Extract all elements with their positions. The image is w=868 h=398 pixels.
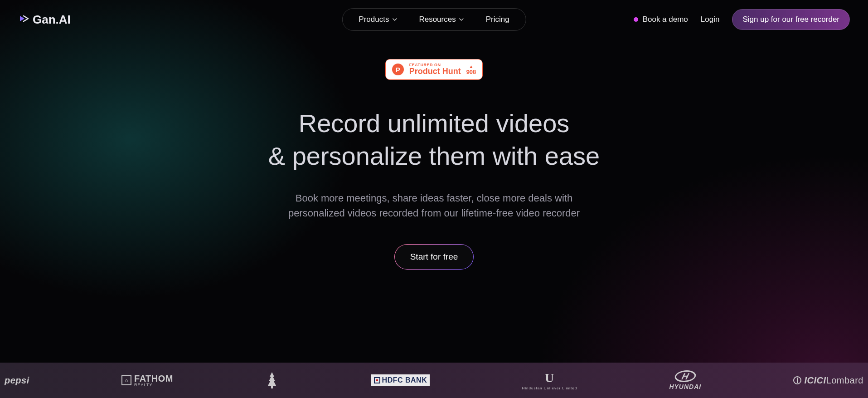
- product-hunt-upvotes: ▲ 908: [466, 64, 476, 75]
- hero-subhead: Book more meetings, share ideas faster, …: [288, 191, 580, 221]
- book-demo-label: Book a demo: [643, 15, 688, 24]
- nav-pricing[interactable]: Pricing: [486, 15, 509, 24]
- nav-resources-label: Resources: [419, 15, 456, 24]
- customer-logo-hdfc-text: HDFC BANK: [382, 376, 427, 384]
- nav-pricing-label: Pricing: [486, 15, 509, 24]
- hdfc-icon: [374, 377, 380, 383]
- login-link[interactable]: Login: [701, 15, 720, 24]
- customer-logo-hdfc: HDFC BANK: [371, 374, 430, 386]
- customer-logo-fathom-text: FATHOM: [134, 374, 173, 383]
- signup-button[interactable]: Sign up for our free recorder: [732, 9, 850, 30]
- chevron-down-icon: [459, 17, 464, 22]
- product-hunt-name: Product Hunt: [409, 67, 461, 76]
- nav-products[interactable]: Products: [359, 15, 397, 24]
- main-nav: Products Resources Pricing: [342, 8, 526, 31]
- tree-icon: [265, 371, 279, 389]
- customer-logo-pepsi: pepsi: [5, 375, 29, 386]
- start-free-button[interactable]: Start for free: [394, 244, 474, 270]
- customer-logo-icici: ICICILombard: [793, 375, 863, 386]
- customer-logo-hyundai: H HYUNDAI: [669, 370, 701, 390]
- customer-logo-strip: pepsi ⌂ FATHOM REALTY HDFC BANK U Hindus…: [0, 363, 868, 398]
- customer-logo-unilever-sub: Hindustan Unilever Limited: [522, 386, 577, 390]
- nav-products-label: Products: [359, 15, 389, 24]
- fathom-icon: ⌂: [121, 375, 131, 385]
- book-demo-link[interactable]: Book a demo: [634, 15, 688, 24]
- nav-resources[interactable]: Resources: [419, 15, 464, 24]
- brand-logo[interactable]: Gan.AI: [18, 13, 71, 27]
- signup-label: Sign up for our free recorder: [742, 15, 839, 24]
- unilever-icon: U: [545, 371, 554, 385]
- hero-subhead-line1: Book more meetings, share ideas faster, …: [296, 192, 572, 204]
- site-header: Gan.AI Products Resources Pricing Book a…: [0, 0, 868, 39]
- customer-logo-fathom-sub: REALTY: [134, 383, 173, 387]
- hero-section: P FEATURED ON Product Hunt ▲ 908 Record …: [0, 39, 868, 270]
- header-actions: Book a demo Login Sign up for our free r…: [634, 9, 850, 30]
- customer-logo-tree: [265, 371, 279, 389]
- chevron-down-icon: [392, 17, 397, 22]
- login-label: Login: [701, 15, 720, 24]
- product-hunt-icon: P: [392, 64, 404, 75]
- icici-icon: [793, 376, 801, 384]
- customer-logo-fathom: ⌂ FATHOM REALTY: [121, 374, 173, 387]
- hero-headline-line2: & personalize them with ease: [268, 142, 600, 170]
- hyundai-icon: H: [673, 370, 697, 382]
- hero-headline-line1: Record unlimited videos: [299, 109, 570, 138]
- customer-logo-icici-suffix: Lombard: [826, 375, 863, 385]
- customer-logo-hyundai-text: HYUNDAI: [669, 383, 701, 390]
- brand-logo-icon: [18, 13, 29, 26]
- status-dot-icon: [634, 17, 638, 22]
- customer-logo-icici-text: ICICI: [804, 375, 826, 385]
- hero-subhead-line2: personalized videos recorded from our li…: [288, 207, 580, 219]
- product-hunt-count: 908: [466, 69, 476, 75]
- brand-name: Gan.AI: [33, 13, 71, 27]
- customer-logo-pepsi-text: pepsi: [5, 375, 29, 386]
- start-free-label: Start for free: [410, 252, 458, 261]
- hero-headline: Record unlimited videos & personalize th…: [268, 107, 600, 172]
- customer-logo-unilever: U Hindustan Unilever Limited: [522, 371, 577, 390]
- svg-rect-0: [271, 386, 273, 388]
- product-hunt-badge[interactable]: P FEATURED ON Product Hunt ▲ 908: [385, 59, 483, 80]
